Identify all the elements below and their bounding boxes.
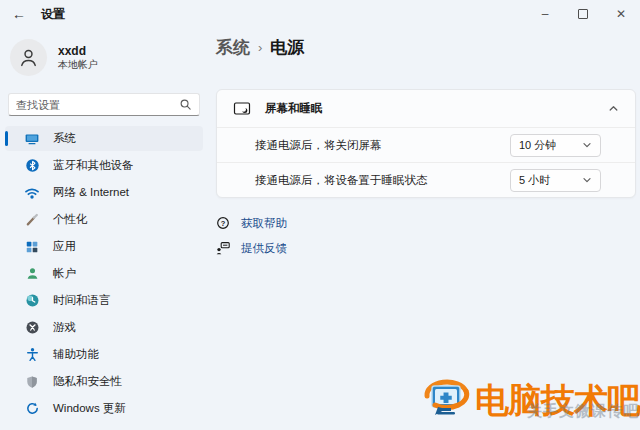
sidebar-item-bluetooth[interactable]: 蓝牙和其他设备 [5,153,203,178]
screen-sleep-card: 屏幕和睡眠 接通电源后，将关闭屏幕 10 分钟 接通电源后，将设备置于睡眠状态 … [216,89,636,198]
accounts-icon [24,266,40,282]
sidebar-item-personalization[interactable]: 个性化 [5,207,203,232]
windows-update-icon [24,401,40,417]
setting-row-sleep: 接通电源后，将设备置于睡眠状态 5 小时 [217,163,635,197]
window-title: 设置 [41,6,65,23]
setting-label: 接通电源后，将关闭屏幕 [255,138,510,153]
get-help-label: 获取帮助 [241,216,287,231]
personalization-icon [24,212,40,228]
screen-sleep-icon [233,101,251,117]
dropdown-value: 5 小时 [519,173,550,188]
feedback-icon [216,241,230,255]
time-language-icon [24,293,40,309]
sidebar-item-label: 帐户 [53,266,76,281]
search-input[interactable] [16,99,179,111]
chevron-down-icon [582,175,592,185]
system-icon [24,131,40,147]
sidebar-item-label: 时间和语言 [53,293,111,308]
sidebar-item-label: 辅助功能 [53,347,99,362]
get-help-link[interactable]: ? 获取帮助 [216,215,287,231]
screen-sleep-expander[interactable]: 屏幕和睡眠 [217,90,635,128]
give-feedback-label: 提供反馈 [241,241,287,256]
accessibility-icon [24,347,40,363]
minimize-icon[interactable]: – [526,0,564,27]
help-icon: ? [216,216,230,230]
sidebar-item-apps[interactable]: 应用 [5,234,203,259]
titlebar: ← 设置 – ✕ [0,0,640,28]
sidebar-item-label: Windows 更新 [53,401,126,416]
chevron-down-icon [582,140,592,150]
give-feedback-link[interactable]: 提供反馈 [216,240,287,256]
window-controls: – ✕ [526,0,640,28]
main-content: 系统 › 电源 屏幕和睡眠 接通电源后，将关闭屏幕 10 分钟 [208,28,640,430]
sidebar-item-privacy[interactable]: 隐私和安全性 [5,369,203,394]
privacy-icon [24,374,40,390]
network-icon [24,185,40,201]
sidebar-item-label: 隐私和安全性 [53,374,122,389]
gaming-icon [24,320,40,336]
sidebar-item-accessibility[interactable]: 辅助功能 [5,342,203,367]
bluetooth-icon [24,158,40,174]
chevron-right-icon: › [258,40,262,55]
sidebar-item-label: 网络 & Internet [53,185,129,200]
screen-off-timeout-dropdown[interactable]: 10 分钟 [510,134,601,157]
sidebar-item-accounts[interactable]: 帐户 [5,261,203,286]
search-box[interactable] [8,93,200,116]
page-title: 电源 [270,36,304,59]
maximize-icon[interactable] [564,0,602,27]
user-name: xxdd [58,44,98,58]
dropdown-value: 10 分钟 [519,138,556,153]
chevron-up-icon[interactable] [608,103,619,114]
apps-icon [24,239,40,255]
sidebar-item-label: 游戏 [53,320,76,335]
sleep-timeout-dropdown[interactable]: 5 小时 [510,169,601,192]
setting-row-screen-off: 接通电源后，将关闭屏幕 10 分钟 [217,128,635,163]
close-icon[interactable]: ✕ [602,0,640,27]
footer-links: ? 获取帮助 提供反馈 [216,215,287,256]
watermark-logo-icon [421,374,473,426]
sidebar-item-label: 个性化 [53,212,88,227]
svg-text:?: ? [221,219,226,228]
search-icon [179,98,192,111]
avatar [10,39,47,76]
watermark-faint-text: 关手文微课传吧 [527,402,639,421]
account-type: 本地帐户 [58,58,98,71]
user-profile[interactable]: xxdd 本地帐户 [0,28,208,84]
person-icon [18,47,39,68]
sidebar-item-time-language[interactable]: 时间和语言 [5,288,203,313]
breadcrumb: 系统 › 电源 [216,36,304,59]
setting-label: 接通电源后，将设备置于睡眠状态 [255,173,510,188]
sidebar-item-network[interactable]: 网络 & Internet [5,180,203,205]
sidebar-item-windows-update[interactable]: Windows 更新 [5,396,203,421]
sidebar: xxdd 本地帐户 系统 蓝牙和其他设备 网络 & Internet [0,28,208,430]
sidebar-item-gaming[interactable]: 游戏 [5,315,203,340]
breadcrumb-system[interactable]: 系统 [216,36,250,59]
sidebar-nav: 系统 蓝牙和其他设备 网络 & Internet 个性化 应用 帐户 [0,126,208,421]
sidebar-item-system[interactable]: 系统 [5,126,203,151]
sidebar-item-label: 系统 [53,131,76,146]
back-icon[interactable]: ← [12,7,26,21]
card-title: 屏幕和睡眠 [265,101,594,116]
settings-window: ← 设置 – ✕ xxdd 本地帐户 系统 [0,0,640,430]
sidebar-item-label: 蓝牙和其他设备 [53,158,134,173]
sidebar-item-label: 应用 [53,239,76,254]
